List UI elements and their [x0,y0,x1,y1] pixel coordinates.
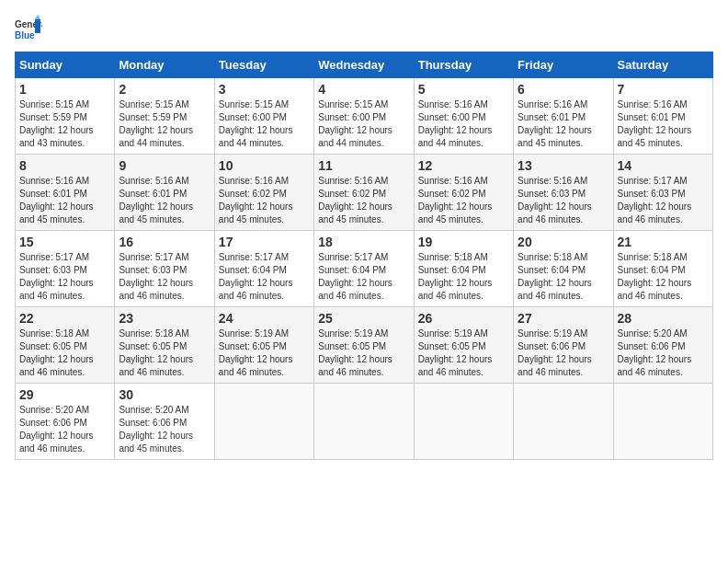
day-info: Sunrise: 5:18 AM Sunset: 6:04 PM Dayligh… [418,251,509,303]
day-info: Sunrise: 5:15 AM Sunset: 5:59 PM Dayligh… [19,98,110,150]
calendar-cell: 8Sunrise: 5:16 AM Sunset: 6:01 PM Daylig… [16,155,115,231]
day-info: Sunrise: 5:15 AM Sunset: 6:00 PM Dayligh… [318,98,409,150]
weekday-header-monday: Monday [115,52,214,78]
calendar-cell: 7Sunrise: 5:16 AM Sunset: 6:01 PM Daylig… [613,78,712,155]
day-info: Sunrise: 5:17 AM Sunset: 6:04 PM Dayligh… [219,251,310,303]
weekday-header-saturday: Saturday [613,52,712,78]
calendar-cell: 2Sunrise: 5:15 AM Sunset: 5:59 PM Daylig… [115,78,214,155]
day-number: 27 [518,311,609,326]
calendar-cell: 27Sunrise: 5:19 AM Sunset: 6:06 PM Dayli… [514,307,613,384]
day-number: 21 [618,235,709,249]
day-number: 10 [219,158,310,173]
day-info: Sunrise: 5:16 AM Sunset: 6:01 PM Dayligh… [119,175,210,226]
calendar-cell: 1Sunrise: 5:15 AM Sunset: 5:59 PM Daylig… [16,78,115,155]
calendar-cell [613,384,712,460]
day-number: 20 [518,235,609,249]
day-number: 12 [418,158,509,173]
day-info: Sunrise: 5:20 AM Sunset: 6:06 PM Dayligh… [19,404,110,455]
day-number: 28 [618,311,709,326]
day-number: 17 [219,235,310,249]
day-info: Sunrise: 5:19 AM Sunset: 6:06 PM Dayligh… [518,327,609,379]
calendar-cell: 21Sunrise: 5:18 AM Sunset: 6:04 PM Dayli… [613,231,712,307]
calendar-cell: 14Sunrise: 5:17 AM Sunset: 6:03 PM Dayli… [613,155,712,231]
day-info: Sunrise: 5:19 AM Sunset: 6:05 PM Dayligh… [418,327,509,379]
calendar-cell: 9Sunrise: 5:16 AM Sunset: 6:01 PM Daylig… [115,155,214,231]
day-number: 16 [119,235,210,249]
day-number: 14 [618,158,709,173]
calendar-cell: 30Sunrise: 5:20 AM Sunset: 6:06 PM Dayli… [115,384,214,460]
day-number: 2 [119,82,210,97]
day-info: Sunrise: 5:16 AM Sunset: 6:01 PM Dayligh… [618,98,709,150]
weekday-header-friday: Friday [514,52,613,78]
day-number: 13 [518,158,609,173]
calendar-cell: 3Sunrise: 5:15 AM Sunset: 6:00 PM Daylig… [214,78,313,155]
logo: General Blue [15,15,46,42]
calendar-cell: 19Sunrise: 5:18 AM Sunset: 6:04 PM Dayli… [414,231,513,307]
day-number: 6 [518,82,609,97]
day-info: Sunrise: 5:18 AM Sunset: 6:05 PM Dayligh… [19,327,110,379]
calendar-cell: 15Sunrise: 5:17 AM Sunset: 6:03 PM Dayli… [16,231,115,307]
day-info: Sunrise: 5:17 AM Sunset: 6:03 PM Dayligh… [119,251,210,303]
day-info: Sunrise: 5:16 AM Sunset: 6:03 PM Dayligh… [518,175,609,226]
calendar-cell: 22Sunrise: 5:18 AM Sunset: 6:05 PM Dayli… [16,307,115,384]
day-info: Sunrise: 5:17 AM Sunset: 6:03 PM Dayligh… [618,175,709,226]
day-number: 23 [119,311,210,326]
day-number: 15 [19,235,110,249]
day-number: 1 [19,82,110,97]
calendar-cell: 4Sunrise: 5:15 AM Sunset: 6:00 PM Daylig… [314,78,414,155]
weekday-header-tuesday: Tuesday [214,52,313,78]
calendar-cell: 6Sunrise: 5:16 AM Sunset: 6:01 PM Daylig… [514,78,613,155]
day-number: 7 [618,82,709,97]
calendar-cell: 18Sunrise: 5:17 AM Sunset: 6:04 PM Dayli… [314,231,414,307]
calendar-cell [514,384,613,460]
weekday-header-row: SundayMondayTuesdayWednesdayThursdayFrid… [16,52,713,78]
day-number: 26 [418,311,509,326]
calendar-cell: 17Sunrise: 5:17 AM Sunset: 6:04 PM Dayli… [214,231,313,307]
svg-marker-2 [35,19,40,33]
day-number: 4 [318,82,409,97]
calendar-cell: 16Sunrise: 5:17 AM Sunset: 6:03 PM Dayli… [115,231,214,307]
day-number: 18 [318,235,409,249]
calendar-week-row: 1Sunrise: 5:15 AM Sunset: 5:59 PM Daylig… [16,78,713,155]
logo-icon: General Blue [15,15,42,42]
calendar-week-row: 29Sunrise: 5:20 AM Sunset: 6:06 PM Dayli… [16,384,713,460]
day-number: 30 [119,387,210,402]
calendar-cell: 26Sunrise: 5:19 AM Sunset: 6:05 PM Dayli… [414,307,513,384]
calendar-cell: 20Sunrise: 5:18 AM Sunset: 6:04 PM Dayli… [514,231,613,307]
calendar-cell: 10Sunrise: 5:16 AM Sunset: 6:02 PM Dayli… [214,155,313,231]
day-info: Sunrise: 5:19 AM Sunset: 6:05 PM Dayligh… [318,327,409,379]
day-info: Sunrise: 5:18 AM Sunset: 6:04 PM Dayligh… [518,251,609,303]
calendar-week-row: 22Sunrise: 5:18 AM Sunset: 6:05 PM Dayli… [16,307,713,384]
day-number: 25 [318,311,409,326]
calendar-cell: 13Sunrise: 5:16 AM Sunset: 6:03 PM Dayli… [514,155,613,231]
day-info: Sunrise: 5:17 AM Sunset: 6:04 PM Dayligh… [318,251,409,303]
calendar-cell [214,384,313,460]
svg-text:Blue: Blue [15,30,35,40]
day-number: 29 [19,387,110,402]
day-info: Sunrise: 5:16 AM Sunset: 6:01 PM Dayligh… [518,98,609,150]
calendar-cell: 5Sunrise: 5:16 AM Sunset: 6:00 PM Daylig… [414,78,513,155]
calendar-week-row: 15Sunrise: 5:17 AM Sunset: 6:03 PM Dayli… [16,231,713,307]
header: General Blue [15,15,713,42]
day-info: Sunrise: 5:16 AM Sunset: 6:02 PM Dayligh… [418,175,509,226]
weekday-header-wednesday: Wednesday [314,52,414,78]
day-info: Sunrise: 5:20 AM Sunset: 6:06 PM Dayligh… [119,404,210,455]
day-number: 9 [119,158,210,173]
calendar-cell: 11Sunrise: 5:16 AM Sunset: 6:02 PM Dayli… [314,155,414,231]
day-info: Sunrise: 5:15 AM Sunset: 5:59 PM Dayligh… [119,98,210,150]
day-number: 19 [418,235,509,249]
calendar-cell [414,384,513,460]
day-info: Sunrise: 5:18 AM Sunset: 6:04 PM Dayligh… [618,251,709,303]
calendar-cell: 24Sunrise: 5:19 AM Sunset: 6:05 PM Dayli… [214,307,313,384]
calendar-cell: 28Sunrise: 5:20 AM Sunset: 6:06 PM Dayli… [613,307,712,384]
calendar-table: SundayMondayTuesdayWednesdayThursdayFrid… [15,52,713,460]
day-info: Sunrise: 5:16 AM Sunset: 6:02 PM Dayligh… [219,175,310,226]
weekday-header-sunday: Sunday [16,52,115,78]
day-number: 5 [418,82,509,97]
calendar-cell: 23Sunrise: 5:18 AM Sunset: 6:05 PM Dayli… [115,307,214,384]
day-number: 8 [19,158,110,173]
day-info: Sunrise: 5:17 AM Sunset: 6:03 PM Dayligh… [19,251,110,303]
day-info: Sunrise: 5:16 AM Sunset: 6:01 PM Dayligh… [19,175,110,226]
calendar-cell: 25Sunrise: 5:19 AM Sunset: 6:05 PM Dayli… [314,307,414,384]
day-info: Sunrise: 5:15 AM Sunset: 6:00 PM Dayligh… [219,98,310,150]
